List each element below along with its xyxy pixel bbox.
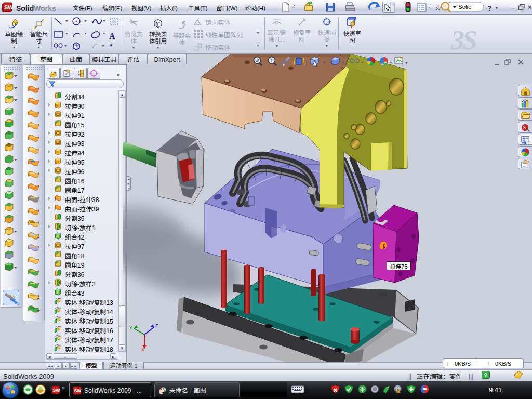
svg-text:Solic: Solic bbox=[458, 4, 471, 10]
svg-text:Z: Z bbox=[155, 323, 158, 328]
svg-text:X: X bbox=[141, 347, 144, 352]
svg-text:»: » bbox=[62, 383, 65, 391]
svg-text:*: * bbox=[110, 42, 113, 50]
svg-text:?: ? bbox=[270, 57, 273, 63]
svg-text:SW: SW bbox=[53, 388, 61, 393]
svg-text:S: S bbox=[523, 125, 526, 130]
svg-text:SW: SW bbox=[4, 4, 13, 10]
svg-text:A: A bbox=[109, 32, 115, 41]
svg-text:Y: Y bbox=[129, 325, 132, 330]
svg-text:!: ! bbox=[397, 390, 398, 393]
svg-text:?: ? bbox=[484, 372, 488, 378]
svg-text:SW: SW bbox=[74, 388, 82, 393]
